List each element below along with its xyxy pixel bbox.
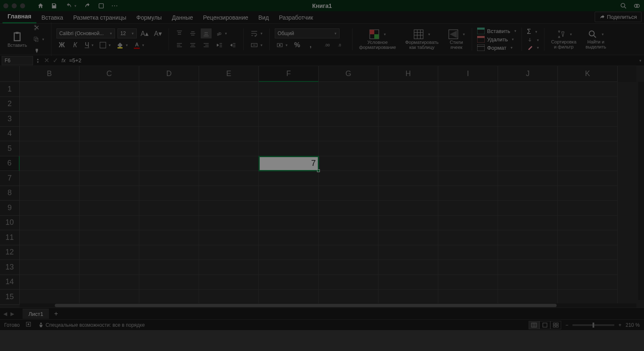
cell-F12[interactable] (259, 245, 319, 260)
cell-G4[interactable] (319, 127, 378, 142)
tab-page-layout[interactable]: Разметка страницы (68, 12, 131, 23)
cell-I3[interactable] (438, 112, 498, 127)
cell-K13[interactable] (558, 260, 618, 275)
column-header-H[interactable]: H (378, 66, 438, 82)
cell-D6[interactable] (139, 156, 199, 171)
copilot-icon[interactable] (633, 2, 641, 10)
merge-button[interactable]: ▾ (249, 40, 264, 50)
cell-I9[interactable] (438, 201, 498, 216)
align-top-button[interactable] (174, 28, 185, 38)
cell-H8[interactable] (378, 186, 438, 201)
cell-E3[interactable] (199, 112, 259, 127)
cell-B15[interactable] (20, 290, 79, 305)
increase-indent-button[interactable] (227, 40, 238, 50)
align-left-button[interactable] (174, 40, 185, 50)
row-header-5[interactable]: 5 (0, 141, 20, 156)
cell-J9[interactable] (498, 201, 558, 216)
column-header-D[interactable]: D (139, 66, 199, 82)
formula-input[interactable]: =5+2 (69, 57, 638, 64)
cell-E10[interactable] (199, 216, 259, 231)
cell-B11[interactable] (20, 230, 79, 245)
cell-G14[interactable] (319, 275, 378, 290)
cell-E9[interactable] (199, 201, 259, 216)
cell-H6[interactable] (378, 156, 438, 171)
row-header-8[interactable]: 8 (0, 186, 20, 201)
cell-F1[interactable] (259, 82, 319, 97)
row-header-1[interactable]: 1 (0, 82, 20, 97)
cell-D7[interactable] (139, 171, 199, 186)
sort-filter-button[interactable]: ▾ Сортировкаи фильтр (549, 28, 578, 50)
cell-C12[interactable] (79, 245, 139, 260)
column-header-K[interactable]: K (558, 66, 618, 82)
cell-K6[interactable] (558, 156, 618, 171)
cut-button[interactable] (31, 23, 42, 33)
cell-B14[interactable] (20, 275, 79, 290)
cell-K7[interactable] (558, 171, 618, 186)
cell-B3[interactable] (20, 112, 79, 127)
macro-record-icon[interactable] (26, 321, 32, 329)
cell-C1[interactable] (79, 82, 139, 97)
cell-H10[interactable] (378, 216, 438, 231)
cell-C15[interactable] (79, 290, 139, 305)
tab-view[interactable]: Вид (253, 12, 274, 23)
cell-D4[interactable] (139, 127, 199, 142)
cell-H14[interactable] (378, 275, 438, 290)
fill-handle[interactable] (317, 169, 320, 172)
cell-K5[interactable] (558, 141, 618, 156)
bold-button[interactable]: Ж (56, 40, 67, 50)
cell-G7[interactable] (319, 171, 378, 186)
sheet-nav-prev[interactable]: ◀ (3, 311, 7, 317)
cell-D10[interactable] (139, 216, 199, 231)
cell-J6[interactable] (498, 156, 558, 171)
row-header-2[interactable]: 2 (0, 97, 20, 112)
orientation-button[interactable]: ab▾ (214, 28, 229, 38)
column-header-G[interactable]: G (319, 66, 378, 82)
name-box-spinner[interactable]: ▲▼ (36, 58, 41, 64)
cell-K2[interactable] (558, 97, 618, 112)
cell-D5[interactable] (139, 141, 199, 156)
decrease-indent-button[interactable] (214, 40, 225, 50)
cell-G15[interactable] (319, 290, 378, 305)
cell-D12[interactable] (139, 245, 199, 260)
percent-button[interactable]: % (292, 40, 303, 50)
cell-K1[interactable] (558, 82, 618, 97)
column-header-E[interactable]: E (199, 66, 259, 82)
column-header-C[interactable]: C (79, 66, 139, 82)
cell-E13[interactable] (199, 260, 259, 275)
cell-D3[interactable] (139, 112, 199, 127)
tab-formulas[interactable]: Формулы (131, 12, 167, 23)
cell-F7[interactable] (259, 171, 319, 186)
delete-cells-button[interactable]: Удалить▾ (477, 36, 516, 43)
name-box[interactable]: F6 (2, 56, 33, 65)
cell-J12[interactable] (498, 245, 558, 260)
cell-C4[interactable] (79, 127, 139, 142)
view-normal-button[interactable] (529, 321, 539, 329)
cell-H13[interactable] (378, 260, 438, 275)
row-header-6[interactable]: 6 (0, 156, 20, 171)
cell-C7[interactable] (79, 171, 139, 186)
tab-home[interactable]: Главная (3, 10, 36, 23)
font-size-select[interactable]: 12▾ (118, 28, 137, 38)
column-header-I[interactable]: I (438, 66, 498, 82)
format-painter-button[interactable] (31, 46, 42, 56)
cell-E14[interactable] (199, 275, 259, 290)
cell-B7[interactable] (20, 171, 79, 186)
column-header-F[interactable]: F (259, 66, 319, 82)
cell-K10[interactable] (558, 216, 618, 231)
cell-G1[interactable] (319, 82, 378, 97)
cell-I6[interactable] (438, 156, 498, 171)
cell-J2[interactable] (498, 97, 558, 112)
increase-font-button[interactable]: A▴ (139, 28, 150, 38)
zoom-slider[interactable] (572, 324, 614, 326)
cell-J5[interactable] (498, 141, 558, 156)
cell-C8[interactable] (79, 186, 139, 201)
cell-B8[interactable] (20, 186, 79, 201)
copy-button[interactable]: ▾ (31, 34, 46, 44)
maximize-window-dot[interactable] (20, 3, 25, 8)
cell-G2[interactable] (319, 97, 378, 112)
fill-color-button[interactable]: ▾ (115, 40, 130, 50)
row-header-11[interactable]: 11 (0, 230, 20, 245)
cell-E6[interactable] (199, 156, 259, 171)
cell-I11[interactable] (438, 230, 498, 245)
cell-E4[interactable] (199, 127, 259, 142)
